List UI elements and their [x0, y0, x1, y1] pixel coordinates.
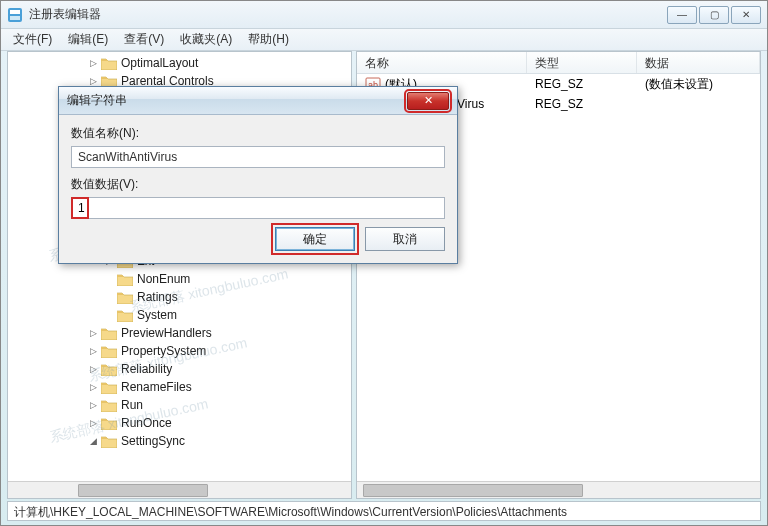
tree-expander-icon[interactable]: ▷ [88, 364, 99, 375]
tree-item[interactable]: NonEnum [8, 270, 351, 288]
tree-expander-icon[interactable]: ▷ [88, 58, 99, 69]
tree-item[interactable]: ▷Run [8, 396, 351, 414]
tree-expander-icon[interactable]: ▷ [88, 346, 99, 357]
tree-expander-icon[interactable]: ▷ [88, 76, 99, 87]
dialog-close-button[interactable]: ✕ [407, 92, 449, 110]
value-name-label: 数值名称(N): [71, 125, 445, 142]
value-data-field[interactable] [72, 198, 444, 218]
value-data-label: 数值数据(V): [71, 176, 445, 193]
tree-expander-icon[interactable]: ▷ [88, 418, 99, 429]
tree-item-label: RunOnce [121, 416, 172, 430]
svg-rect-1 [10, 10, 20, 14]
value-data-field-wrap [71, 197, 445, 219]
minimize-button[interactable]: — [667, 6, 697, 24]
tree-item-label: NonEnum [137, 272, 190, 286]
dialog-body: 数值名称(N): 数值数据(V): 确定 取消 [59, 115, 457, 263]
tree-item[interactable]: Ratings [8, 288, 351, 306]
tree-item[interactable]: ▷PreviewHandlers [8, 324, 351, 342]
tree-expander-icon[interactable] [104, 274, 115, 285]
tree-item-label: PropertySystem [121, 344, 206, 358]
tree-item[interactable]: ▷PropertySystem [8, 342, 351, 360]
row-type: REG_SZ [527, 77, 637, 91]
tree-item-label: Reliability [121, 362, 172, 376]
tree-item-label: System [137, 308, 177, 322]
maximize-button[interactable]: ▢ [699, 6, 729, 24]
tree-expander-icon[interactable]: ▷ [88, 382, 99, 393]
menu-edit[interactable]: 编辑(E) [60, 29, 116, 50]
menu-help[interactable]: 帮助(H) [240, 29, 297, 50]
tree-item[interactable]: ◢SettingSync [8, 432, 351, 450]
edit-string-dialog: 编辑字符串 ✕ 数值名称(N): 数值数据(V): 确定 取消 [58, 86, 458, 264]
dialog-titlebar[interactable]: 编辑字符串 ✕ [59, 87, 457, 115]
tree-item-label: OptimalLayout [121, 56, 198, 70]
row-data: (数值未设置) [637, 76, 760, 93]
tree-item[interactable]: System [8, 306, 351, 324]
tree-item[interactable]: ▷OptimalLayout [8, 54, 351, 72]
menu-view[interactable]: 查看(V) [116, 29, 172, 50]
tree-item-label: Run [121, 398, 143, 412]
window-title: 注册表编辑器 [29, 6, 667, 23]
row-type: REG_SZ [527, 97, 637, 111]
menu-file[interactable]: 文件(F) [5, 29, 60, 50]
col-data[interactable]: 数据 [637, 52, 760, 73]
tree-expander-icon[interactable] [104, 310, 115, 321]
dialog-buttons: 确定 取消 [71, 227, 445, 251]
list-header: 名称 类型 数据 [357, 52, 760, 74]
ok-button[interactable]: 确定 [275, 227, 355, 251]
menu-favorites[interactable]: 收藏夹(A) [172, 29, 240, 50]
tree-item-label: Ratings [137, 290, 178, 304]
app-icon [7, 7, 23, 23]
tree-hscrollbar[interactable] [8, 481, 351, 498]
col-name[interactable]: 名称 [357, 52, 527, 73]
tree-expander-icon[interactable]: ◢ [88, 436, 99, 447]
tree-expander-icon[interactable]: ▷ [88, 328, 99, 339]
tree-item[interactable]: ▷RunOnce [8, 414, 351, 432]
tree-item[interactable]: ▷Reliability [8, 360, 351, 378]
value-name-field[interactable] [71, 146, 445, 168]
tree-item[interactable]: ▷RenameFiles [8, 378, 351, 396]
window-controls: — ▢ ✕ [667, 6, 761, 24]
menubar: 文件(F) 编辑(E) 查看(V) 收藏夹(A) 帮助(H) [1, 29, 767, 51]
tree-item-label: SettingSync [121, 434, 185, 448]
tree-expander-icon[interactable]: ▷ [88, 400, 99, 411]
tree-expander-icon[interactable] [104, 292, 115, 303]
close-button[interactable]: ✕ [731, 6, 761, 24]
col-type[interactable]: 类型 [527, 52, 637, 73]
dialog-title: 编辑字符串 [67, 92, 407, 109]
tree-item-label: RenameFiles [121, 380, 192, 394]
statusbar: 计算机\HKEY_LOCAL_MACHINE\SOFTWARE\Microsof… [7, 501, 761, 521]
list-hscrollbar[interactable] [357, 481, 760, 498]
titlebar: 注册表编辑器 — ▢ ✕ [1, 1, 767, 29]
svg-rect-2 [10, 16, 20, 20]
cancel-button[interactable]: 取消 [365, 227, 445, 251]
tree-item-label: PreviewHandlers [121, 326, 212, 340]
